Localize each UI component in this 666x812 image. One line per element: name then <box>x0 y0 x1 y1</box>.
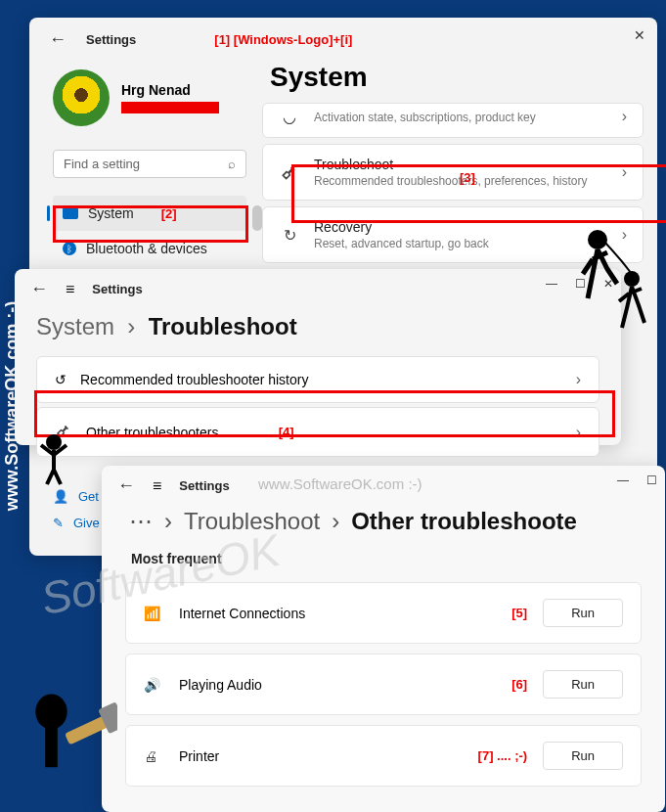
menu-icon[interactable]: ≡ <box>66 281 74 298</box>
speaker-icon: 🔊 <box>144 677 163 693</box>
troubleshooter-label: Internet Connections <box>179 606 496 621</box>
card-subtitle: Reset, advanced startup, go back <box>314 237 608 250</box>
back-icon[interactable]: ← <box>49 29 67 50</box>
troubleshooter-audio: 🔊 Playing Audio [6] Run <box>125 654 642 715</box>
breadcrumb-current: Troubleshoot <box>149 313 297 339</box>
annotation-box-4 <box>34 390 615 437</box>
annotation-box-3 <box>291 164 666 223</box>
troubleshooter-label: Printer <box>179 748 463 764</box>
watermark-inline: www.SoftwareOK.com :-) <box>258 475 422 492</box>
annotation-6: [6] <box>511 677 527 692</box>
run-button[interactable]: Run <box>543 670 623 699</box>
breadcrumb: ⋯ › Troubleshoot › Other troubleshoote <box>102 506 665 545</box>
section-header: Most frequent <box>102 545 665 572</box>
close-icon[interactable]: ✕ <box>634 27 645 43</box>
minimize-icon[interactable]: — <box>546 277 557 291</box>
hammer-decoration <box>29 685 117 783</box>
breadcrumb-parent[interactable]: Troubleshoot <box>184 508 320 535</box>
troubleshooter-label: Playing Audio <box>179 677 496 693</box>
card-subtitle: Activation state, subscriptions, product… <box>314 111 608 124</box>
wifi-icon: 📶 <box>144 606 163 621</box>
printer-icon: 🖨 <box>144 748 163 764</box>
troubleshooter-printer: 🖨 Printer [7] .... ;-) Run <box>125 725 642 787</box>
redacted-bar <box>121 102 219 113</box>
breadcrumb-parent[interactable]: System <box>36 313 114 339</box>
window-title: Settings <box>92 282 142 296</box>
sidebar: Hrg Nenad Find a setting ⌕ System [2] ᛒ … <box>29 62 262 274</box>
annotation-box-2 <box>53 205 248 243</box>
search-icon: ⌕ <box>228 157 236 171</box>
window-title: Settings <box>86 32 136 47</box>
back-icon[interactable]: ← <box>117 475 135 496</box>
avatar <box>53 69 110 126</box>
back-icon[interactable]: ← <box>30 279 48 299</box>
profile[interactable]: Hrg Nenad <box>53 69 246 126</box>
page-title: System <box>262 62 657 93</box>
hanging-decoration <box>29 430 78 489</box>
run-button[interactable]: Run <box>543 742 623 770</box>
row-label: Recommended troubleshooter history <box>80 372 562 387</box>
help-icon: 👤 <box>53 489 68 504</box>
svg-point-6 <box>46 434 62 450</box>
breadcrumb-current: Other troubleshoote <box>351 508 577 535</box>
menu-icon[interactable]: ≡ <box>153 477 161 495</box>
breadcrumb: System › Troubleshoot <box>15 309 621 352</box>
chevron-right-icon: › <box>622 108 627 125</box>
settings-window-other-troubleshooters: — ☐ ← ≡ Settings www.SoftwareOK.com :-) … <box>102 466 665 812</box>
bluetooth-icon: ᛒ <box>63 242 76 255</box>
history-icon: ↺ <box>55 372 67 387</box>
svg-rect-1 <box>45 728 58 768</box>
card-activation[interactable]: ◡ Activation state, subscriptions, produ… <box>262 103 644 138</box>
svg-point-4 <box>588 230 607 249</box>
annotation-7: [7] .... ;-) <box>478 748 528 763</box>
feedback-icon: ✎ <box>53 516 64 530</box>
annotation-1: [1] [Windows-Logo]+[i] <box>214 32 352 47</box>
search-placeholder: Find a setting <box>64 157 140 171</box>
chevron-right-icon: › <box>576 371 581 388</box>
annotation-5: [5] <box>511 606 527 620</box>
climber-decoration <box>578 225 656 342</box>
profile-name: Hrg Nenad <box>121 82 219 98</box>
run-button[interactable]: Run <box>543 599 623 627</box>
sidebar-item-label: Bluetooth & devices <box>86 241 207 256</box>
recovery-icon: ↻ <box>279 224 300 246</box>
window-title: Settings <box>179 478 229 493</box>
troubleshooter-internet: 📶 Internet Connections [5] Run <box>125 582 642 644</box>
breadcrumb-overflow[interactable]: ⋯ <box>129 508 153 535</box>
scrollbar[interactable] <box>252 205 262 231</box>
svg-point-0 <box>35 695 67 730</box>
settings-window-troubleshoot: — ☐ ✕ ← ≡ Settings System › Troubleshoot… <box>15 269 621 445</box>
activation-icon: ◡ <box>279 106 300 127</box>
search-input[interactable]: Find a setting ⌕ <box>53 150 246 178</box>
